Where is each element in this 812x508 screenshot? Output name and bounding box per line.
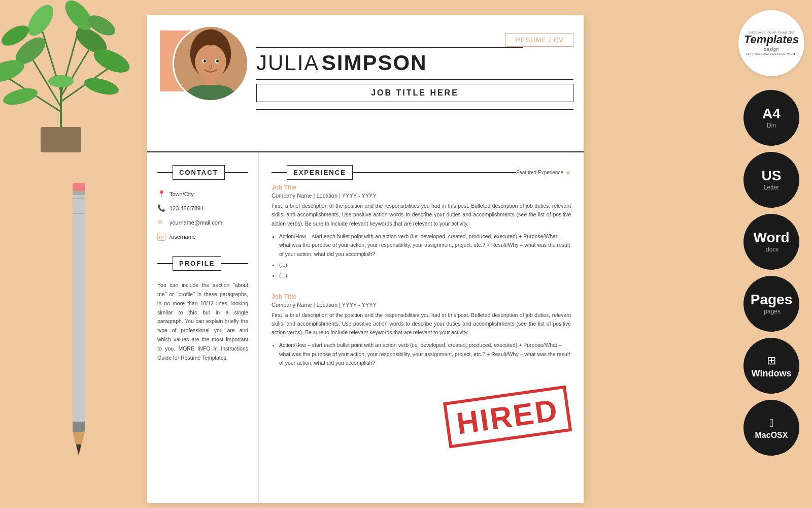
- featured-experience-badge: Featured Experience ★: [516, 169, 571, 176]
- experience-line-before: [272, 172, 287, 173]
- right-sidebar: INCREASE YOUR CHANCES Templates design F…: [731, 0, 812, 508]
- job-title-text: JOB TITLE HERE: [371, 88, 459, 97]
- resume-body: CONTACT 📍 Town/City 📞 123.456.7891 ✉: [147, 152, 584, 503]
- experience-header-row: EXPERIENCE Featured Experience ★: [272, 165, 571, 180]
- contact-email: ✉ yourname@mail.com: [157, 218, 248, 227]
- contact-items: 📍 Town/City 📞 123.456.7891 ✉ yourname@ma…: [157, 190, 248, 241]
- profile-section-title: PROFILE: [173, 256, 221, 271]
- contact-line-before: [157, 172, 173, 173]
- svg-point-18: [83, 75, 121, 98]
- profile-photo: [173, 25, 249, 102]
- brand-arc-text-bottom: FOR PERSONAL DEVELOPMENT: [743, 52, 800, 55]
- experience-line-after: [353, 172, 516, 173]
- job-description-1: First, a brief description of the positi…: [272, 202, 571, 228]
- svg-rect-0: [41, 127, 81, 152]
- bullet-item: (...): [279, 271, 571, 280]
- resume-paper: RESUME / CV JULIA SIMPSON JOB TITLE HERE: [147, 15, 584, 503]
- company-name-2: Company Name: [272, 302, 312, 308]
- job-bullets-2: Action/How – start each bullet point wit…: [272, 341, 571, 367]
- linkedin-text: /username: [170, 234, 196, 240]
- job-title-box: JOB TITLE HERE: [256, 84, 573, 102]
- company-dates-2: YYYY - YYYY: [342, 302, 377, 308]
- phone-icon: 📞: [157, 204, 165, 212]
- location-icon: 📍: [157, 190, 165, 198]
- resume-cv-label: RESUME / CV: [505, 33, 573, 47]
- job-company-2: Company Name | Location | YYYY - YYYY: [272, 302, 571, 308]
- svg-point-33: [204, 59, 206, 62]
- format-badge-macosx[interactable]:  MacOSX: [743, 400, 799, 456]
- linkedin-icon: in: [157, 233, 165, 241]
- company-name-1: Company Name: [272, 193, 312, 199]
- job-title-2: Job Title: [272, 293, 571, 300]
- job-company-1: Company Name | Location | YYYY - YYYY: [272, 193, 571, 199]
- photo-placeholder: [174, 27, 247, 100]
- right-column: EXPERIENCE Featured Experience ★ Job Tit…: [259, 152, 584, 503]
- format-badge-a4[interactable]: A4 Din: [743, 90, 799, 146]
- company-location-1: Location: [316, 193, 337, 199]
- format-badge-windows[interactable]: ⊞ Windows: [743, 338, 799, 394]
- left-column: CONTACT 📍 Town/City 📞 123.456.7891 ✉: [147, 152, 259, 503]
- profile-section-header-row: PROFILE: [157, 256, 248, 271]
- job-description-2: First, a brief description of the positi…: [272, 311, 571, 337]
- format-word-main: Word: [753, 231, 789, 245]
- svg-point-17: [2, 85, 40, 108]
- plant-svg: [0, 0, 142, 157]
- format-a4-main: A4: [762, 107, 781, 121]
- contact-phone: 📞 123.456.7891: [157, 204, 248, 212]
- bullet-item: Action/How – start each bullet point wit…: [279, 341, 571, 367]
- company-dates-1: YYYY - YYYY: [342, 193, 377, 199]
- profile-section: PROFILE You can include the section "abo…: [157, 256, 248, 363]
- format-word-sub: .docx: [764, 246, 779, 253]
- svg-line-3: [61, 46, 91, 97]
- profile-text: You can include the section "about me" o…: [157, 281, 248, 363]
- location-text: Town/City: [170, 191, 194, 197]
- brand-sub-text: design: [764, 47, 779, 53]
- contact-section-title: CONTACT: [173, 165, 225, 180]
- resume-cv-text: RESUME / CV: [515, 36, 564, 44]
- resume-header: RESUME / CV JULIA SIMPSON JOB TITLE HERE: [147, 15, 584, 152]
- experience-section-header-row: EXPERIENCE: [272, 165, 516, 180]
- contact-linkedin: in /username: [157, 233, 248, 241]
- format-us-main: US: [762, 169, 782, 183]
- pencil-svg: [58, 163, 99, 467]
- star-icon: ★: [565, 169, 571, 176]
- first-name: JULIA: [256, 51, 319, 75]
- format-badge-pages[interactable]: Pages .pages: [743, 276, 799, 332]
- job-entry-2: Job Title Company Name | Location | YYYY…: [272, 293, 571, 368]
- brand-main-text: Templates: [744, 34, 799, 45]
- brand-logo-container: INCREASE YOUR CHANCES Templates design F…: [738, 10, 804, 76]
- job-title-container: JOB TITLE HERE: [256, 84, 573, 102]
- job-entry-1: Job Title Company Name | Location | YYYY…: [272, 184, 571, 280]
- svg-point-12: [23, 1, 58, 40]
- bullet-item: (...): [279, 261, 571, 269]
- job-title-1: Job Title: [272, 184, 571, 191]
- name-area: JULIA SIMPSON: [256, 51, 573, 75]
- header-line-mid: [256, 79, 573, 80]
- svg-point-34: [216, 59, 219, 62]
- format-macosx-main: MacOSX: [755, 431, 788, 439]
- svg-point-29: [195, 45, 226, 80]
- format-us-sub: Letter: [764, 184, 780, 191]
- phone-text: 123.456.7891: [170, 205, 204, 211]
- bullet-item: Action/How – start each bullet point wit…: [279, 232, 571, 259]
- svg-rect-20: [73, 188, 85, 422]
- profile-line-before: [157, 263, 173, 264]
- last-name: SIMPSON: [322, 51, 427, 75]
- header-line-top: [256, 47, 523, 48]
- plant-decoration: [0, 0, 147, 163]
- svg-point-16: [48, 75, 74, 87]
- email-icon: ✉: [157, 218, 165, 227]
- svg-rect-24: [73, 191, 85, 195]
- format-pages-main: Pages: [751, 293, 793, 307]
- brand-logo-circle: INCREASE YOUR CHANCES Templates design F…: [738, 10, 804, 76]
- format-windows-main: Windows: [752, 369, 792, 378]
- format-badge-word[interactable]: Word .docx: [743, 214, 799, 270]
- featured-label-text: Featured Experience: [516, 170, 563, 175]
- job-bullets-1: Action/How – start each bullet point wit…: [272, 232, 571, 280]
- profile-line-after: [221, 263, 248, 264]
- contact-line-after: [225, 172, 248, 173]
- format-badge-us[interactable]: US Letter: [743, 152, 799, 208]
- company-location-2: Location: [316, 302, 337, 308]
- pencil-decoration: [58, 163, 99, 467]
- apple-icon: : [769, 417, 773, 430]
